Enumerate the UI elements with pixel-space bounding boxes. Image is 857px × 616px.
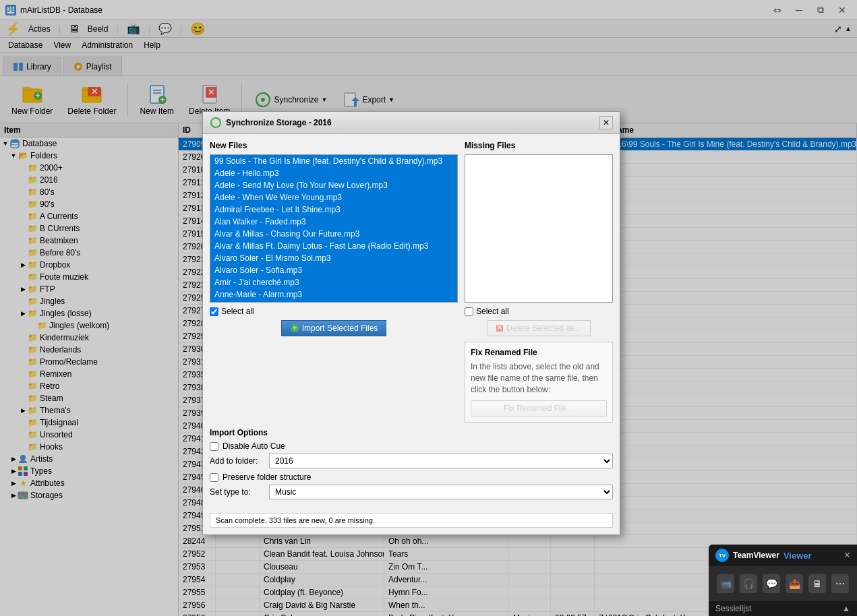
tv-logo: TV — [715, 549, 729, 562]
set-type-label: Set type to: — [210, 487, 264, 497]
disable-auto-cue-row: Disable Auto Cue — [210, 441, 613, 451]
tv-close-button[interactable]: × — [844, 549, 850, 561]
new-file-item[interactable]: Alvaro Soler - Sofia.mp3 — [210, 264, 457, 276]
new-file-item[interactable]: Adele - Hello.mp3 — [210, 167, 457, 179]
scan-status: Scan complete. 333 files are new, 0 are … — [210, 513, 613, 528]
new-files-panel: New Files 99 Souls - The Girl Is Mine (f… — [210, 141, 458, 423]
new-file-item[interactable]: Alvaro Soler - El Mismo Sol.mp3 — [210, 252, 457, 264]
new-file-item[interactable]: Admiral Freebee - Let It Shine.mp3 — [210, 204, 457, 216]
missing-files-list[interactable] — [465, 154, 613, 303]
fix-renamed-panel: Fix Renamed File In the lists above, sel… — [465, 342, 613, 423]
new-file-item[interactable]: Amir - J'ai cherché.mp3 — [210, 276, 457, 288]
import-selected-button[interactable]: + Import Selected Files — [281, 320, 387, 336]
set-type-row: Set type to: Music — [210, 485, 613, 499]
missing-files-title: Missing Files — [465, 141, 613, 150]
import-options-title: Import Options — [210, 428, 613, 437]
delete-selected-button[interactable]: ✕ Delete Selected Ite... — [487, 320, 590, 336]
modal-overlay: Synchronize Storage - 2016 ✕ New Files 9… — [0, 0, 857, 616]
modal-body: New Files 99 Souls - The Girl Is Mine (f… — [203, 134, 620, 534]
svg-text:+: + — [292, 324, 297, 333]
select-all-new-row: Select all — [210, 303, 458, 320]
tv-title: TV TeamViewer Viewer — [715, 549, 812, 562]
new-file-item[interactable]: Adele - Send My Love (To Your New Lover)… — [210, 179, 457, 191]
tv-remote-icon[interactable]: 🖥 — [808, 574, 826, 593]
delete-selected-row: ✕ Delete Selected Ite... — [465, 320, 613, 336]
disable-auto-cue-label: Disable Auto Cue — [223, 441, 285, 451]
modal-sync-icon — [210, 117, 222, 129]
import-icon: + — [290, 324, 299, 333]
add-to-folder-label: Add to folder: — [210, 456, 264, 466]
tv-session-label: Sessielijst — [715, 604, 751, 613]
tv-headset-icon[interactable]: 🎧 — [740, 574, 757, 593]
new-files-list[interactable]: 99 Souls - The Girl Is Mine (feat. Desti… — [210, 154, 458, 303]
tv-body: 📹 🎧 💬 📤 🖥 ⋯ — [709, 566, 857, 601]
add-to-folder-row: Add to folder: 2016 — [210, 454, 613, 468]
add-to-folder-select[interactable]: 2016 — [269, 454, 613, 468]
modal-titlebar: Synchronize Storage - 2016 ✕ — [203, 112, 620, 134]
new-file-item[interactable]: Alan Walker - Faded.mp3 — [210, 216, 457, 228]
new-file-item[interactable]: 99 Souls - The Girl Is Mine (feat. Desti… — [210, 155, 457, 167]
tv-more-icon[interactable]: ⋯ — [831, 574, 849, 593]
tv-icons: 📹 🎧 💬 📤 🖥 ⋯ — [714, 572, 852, 596]
preserve-folder-label: Preserve folder structure — [223, 472, 311, 482]
new-file-item[interactable]: Alvar & Millas - Chasing Our Future.mp3 — [210, 228, 457, 240]
set-type-select[interactable]: Music — [269, 485, 613, 499]
preserve-folder-row: Preserve folder structure — [210, 472, 613, 482]
tv-title-label: TeamViewer — [733, 551, 779, 560]
teamviewer-panel: TV TeamViewer Viewer × 📹 🎧 💬 📤 🖥 ⋯ Sessi… — [709, 545, 857, 616]
preserve-folder-checkbox[interactable] — [210, 473, 218, 482]
tv-camera-icon[interactable]: 📹 — [717, 574, 734, 593]
select-all-missing-row: Select all — [465, 303, 613, 320]
modal-panels: New Files 99 Souls - The Girl Is Mine (f… — [210, 141, 613, 423]
new-files-title: New Files — [210, 141, 458, 150]
svg-text:✕: ✕ — [496, 324, 503, 332]
new-file-item[interactable]: Anne-Marie - Alarm.mp3 — [210, 288, 457, 301]
fix-panel-desc: In the lists above, select the old and n… — [471, 361, 607, 395]
tv-titlebar: TV TeamViewer Viewer × — [709, 545, 857, 566]
modal-close-button[interactable]: ✕ — [599, 116, 613, 129]
new-file-item[interactable]: Adele - When We Were Young.mp3 — [210, 191, 457, 204]
new-file-item[interactable]: Alvar & Millas Ft. Daimy Lotus - Fast La… — [210, 240, 457, 252]
disable-auto-cue-checkbox[interactable] — [210, 442, 218, 451]
missing-files-panel: Missing Files Select all ✕ Delete Select… — [465, 141, 613, 423]
delete-icon: ✕ — [496, 324, 504, 332]
import-options: Import Options Disable Auto Cue Add to f… — [210, 423, 613, 509]
tv-arrow-icon[interactable]: ▲ — [842, 604, 850, 613]
fix-renamed-button[interactable]: Fix Renamed File... — [471, 400, 607, 417]
select-all-new-label: Select all — [221, 307, 254, 316]
select-all-missing-checkbox[interactable] — [465, 307, 473, 316]
tv-share-icon[interactable]: 📤 — [786, 574, 803, 593]
import-button-row: + Import Selected Files — [210, 320, 458, 336]
tv-footer: Sessielijst ▲ — [709, 601, 857, 616]
modal-title: Synchronize Storage - 2016 — [210, 117, 332, 129]
select-all-missing-label: Select all — [476, 307, 509, 316]
select-all-new-checkbox[interactable] — [210, 307, 218, 316]
tv-chat-icon[interactable]: 💬 — [763, 574, 780, 593]
synchronize-modal: Synchronize Storage - 2016 ✕ New Files 9… — [202, 111, 620, 535]
fix-panel-title: Fix Renamed File — [471, 348, 607, 357]
